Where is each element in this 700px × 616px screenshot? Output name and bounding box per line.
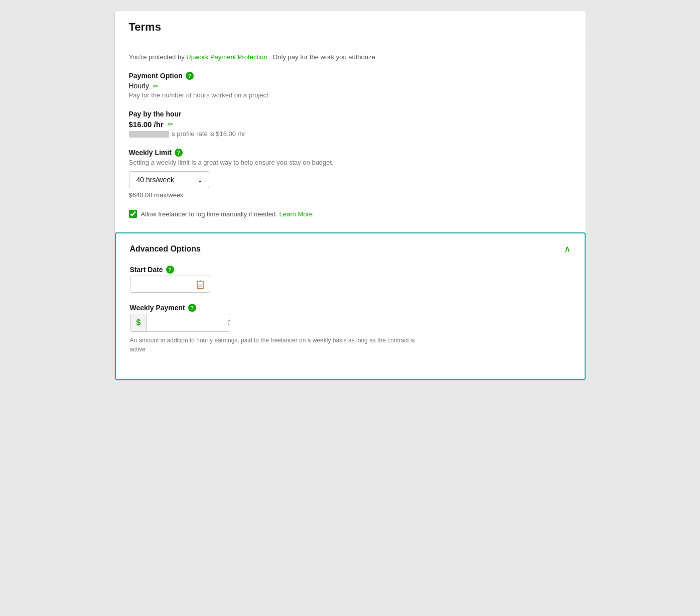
payment-option-edit-icon[interactable]: ✏	[153, 82, 159, 90]
hourly-rate-edit-icon[interactable]: ✏	[168, 120, 173, 128]
weekly-payment-block: Weekly Payment ? $ An amount in addition…	[130, 304, 571, 354]
manual-log-label: Allow freelancer to log time manually if…	[141, 210, 313, 218]
max-week-text: $640.00 max/week	[129, 191, 572, 199]
profile-rate-suffix: s profile rate is $16.00 /hr	[172, 130, 245, 138]
protection-link[interactable]: Upwork Payment Protection	[186, 53, 267, 61]
manual-log-checkbox[interactable]	[129, 210, 137, 218]
payment-option-value: Hourly	[129, 82, 149, 90]
weekly-limit-label-text: Weekly Limit	[129, 149, 172, 157]
main-section: You're protected by Upwork Payment Prote…	[115, 42, 586, 232]
pay-by-hour-value-row: $16.00 /hr ✏	[129, 120, 572, 129]
payment-option-help-icon[interactable]: ?	[186, 72, 194, 80]
dollar-prefix: $	[130, 314, 148, 331]
weekly-limit-help-icon[interactable]: ?	[175, 149, 183, 157]
weekly-limit-block: Weekly Limit ? Setting a weekly limit is…	[129, 149, 572, 199]
advanced-options-chevron-icon[interactable]: ∧	[564, 244, 571, 254]
payment-option-label-text: Payment Option	[129, 72, 183, 80]
advanced-options-section: Advanced Options ∧ Start Date ? 📋 Weekly…	[115, 232, 586, 380]
protection-text: You're protected by Upwork Payment Prote…	[129, 53, 572, 61]
start-date-block: Start Date ? 📋	[130, 266, 571, 293]
pay-by-hour-label: Pay by the hour	[129, 110, 572, 118]
payment-option-label: Payment Option ?	[129, 72, 572, 80]
weekly-payment-input-wrapper: $	[130, 314, 230, 332]
manual-log-label-text: Allow freelancer to log time manually if…	[141, 210, 277, 218]
protection-text-before: You're protected by	[129, 53, 187, 61]
weekly-payment-input[interactable]	[147, 315, 230, 331]
start-date-help-icon[interactable]: ?	[166, 266, 174, 274]
advanced-options-header: Advanced Options ∧	[130, 244, 571, 254]
start-date-input[interactable]	[130, 276, 210, 293]
hourly-rate-value: $16.00 /hr	[129, 120, 164, 129]
pay-by-hour-label-text: Pay by the hour	[129, 110, 182, 118]
weekly-payment-label: Weekly Payment ?	[130, 304, 571, 312]
weekly-limit-sub-text: Setting a weekly limit is a great way to…	[129, 159, 572, 166]
weekly-payment-help-icon[interactable]: ?	[188, 304, 196, 312]
weekly-limit-dropdown-wrapper: No limit 10 hrs/week 20 hrs/week 30 hrs/…	[129, 171, 209, 188]
payment-option-block: Payment Option ? Hourly ✏ Pay for the nu…	[129, 72, 572, 99]
page-title: Terms	[129, 21, 572, 34]
title-section: Terms	[115, 11, 586, 42]
payment-option-value-row: Hourly ✏	[129, 82, 572, 90]
learn-more-link[interactable]: Learn More	[279, 210, 313, 218]
blurred-name	[129, 131, 169, 138]
weekly-payment-label-text: Weekly Payment	[130, 304, 185, 312]
payment-option-sub-text: Pay for the number of hours worked on a …	[129, 91, 572, 99]
weekly-payment-description: An amount in addition to hourly earnings…	[130, 336, 431, 354]
advanced-options-title: Advanced Options	[130, 244, 201, 254]
pay-by-hour-block: Pay by the hour $16.00 /hr ✏ s profile r…	[129, 110, 572, 138]
start-date-label: Start Date ?	[130, 266, 571, 274]
manual-log-row: Allow freelancer to log time manually if…	[129, 210, 572, 218]
start-date-label-text: Start Date	[130, 266, 163, 274]
protection-text-after: . Only pay for the work you authorize.	[269, 53, 377, 61]
date-input-wrapper: 📋	[130, 276, 210, 293]
page-container: Terms You're protected by Upwork Payment…	[114, 10, 586, 381]
profile-rate-text: s profile rate is $16.00 /hr	[129, 130, 572, 138]
weekly-limit-label: Weekly Limit ?	[129, 149, 572, 157]
weekly-limit-dropdown[interactable]: No limit 10 hrs/week 20 hrs/week 30 hrs/…	[129, 171, 209, 188]
